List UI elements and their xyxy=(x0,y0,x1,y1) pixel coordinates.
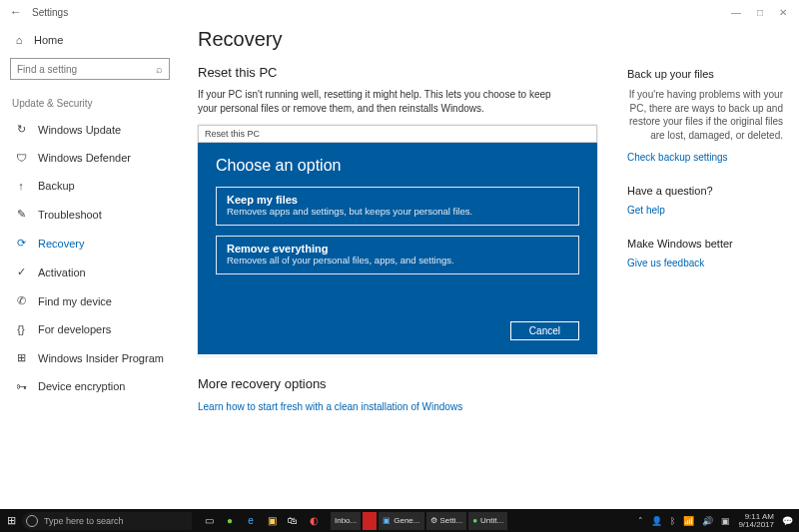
check-icon: ✓ xyxy=(14,266,28,278)
feedback-link[interactable]: Give us feedback xyxy=(627,258,783,268)
fresh-start-link[interactable]: Learn how to start fresh with a clean in… xyxy=(198,401,597,412)
code-icon: {} xyxy=(14,323,28,335)
task-item[interactable]: ●Untit... xyxy=(468,512,507,530)
window-title: Settings xyxy=(32,7,68,18)
battery-icon[interactable]: ▣ xyxy=(721,516,730,526)
minimize-button[interactable]: — xyxy=(731,7,741,18)
taskbar: ⊞ Type here to search ▭ ● e ▣ 🛍 ◐ Inbo..… xyxy=(0,509,799,532)
sidebar-item-label: Find my device xyxy=(38,295,112,307)
store-icon[interactable]: 🛍 xyxy=(284,512,302,530)
sidebar-item-recovery[interactable]: ⟳ Recovery xyxy=(10,229,170,258)
more-recovery-title: More recovery options xyxy=(198,376,597,391)
task-item[interactable]: ▣Gene... xyxy=(379,512,423,530)
clock-date: 9/14/2017 xyxy=(738,521,774,529)
reset-section-title: Reset this PC xyxy=(198,65,597,80)
pinned-apps: ▭ ● e ▣ 🛍 ◐ xyxy=(200,509,323,532)
main-content: Recovery Reset this PC If your PC isn't … xyxy=(180,24,617,509)
home-label: Home xyxy=(34,34,63,46)
sidebar-item-troubleshoot[interactable]: ✎ Troubleshoot xyxy=(10,200,170,229)
windows-icon: ⊞ xyxy=(14,351,28,364)
sidebar-item-find-my-device[interactable]: ✆ Find my device xyxy=(10,286,170,315)
dialog-titlebar: Reset this PC xyxy=(198,125,597,143)
sidebar-item-insider[interactable]: ⊞ Windows Insider Program xyxy=(10,343,170,372)
sidebar: ⌂ Home ⌕ Update & Security ↻ Windows Upd… xyxy=(0,24,180,509)
option-title: Remove everything xyxy=(227,243,568,255)
reset-dialog: Reset this PC Choose an option Keep my f… xyxy=(198,125,597,356)
right-column: Back up your files If you're having prob… xyxy=(617,24,799,509)
page-title: Recovery xyxy=(198,28,597,51)
task-item[interactable]: Inbo... xyxy=(331,512,361,530)
recovery-icon: ⟳ xyxy=(14,237,28,250)
sidebar-group-label: Update & Security xyxy=(12,98,170,109)
lock-icon: 🗝 xyxy=(14,380,28,392)
option-desc: Removes apps and settings, but keeps you… xyxy=(227,206,568,217)
system-tray: ˄ 👤 ᛒ 📶 🔊 ▣ 9:11 AM 9/14/2017 💬 xyxy=(638,513,799,529)
app-icon[interactable]: ● xyxy=(221,512,239,530)
sidebar-home[interactable]: ⌂ Home xyxy=(10,28,170,52)
sidebar-item-label: Activation xyxy=(38,266,86,278)
sidebar-item-label: Windows Update xyxy=(38,124,121,136)
option-title: Keep my files xyxy=(227,194,568,206)
taskbar-search-placeholder: Type here to search xyxy=(44,516,124,526)
window-titlebar: ← Settings — □ ✕ xyxy=(0,0,799,24)
locate-icon: ✆ xyxy=(14,294,28,307)
search-box[interactable]: ⌕ xyxy=(10,58,170,80)
cortana-icon xyxy=(26,515,38,527)
taskbar-search[interactable]: Type here to search xyxy=(22,512,192,530)
sidebar-item-label: Windows Defender xyxy=(38,152,131,164)
task-item[interactable] xyxy=(363,512,377,530)
question-heading: Have a question? xyxy=(627,185,783,197)
taskbar-tasks: Inbo... ▣Gene... ⚙Setti... ●Untit... xyxy=(331,509,507,532)
get-help-link[interactable]: Get help xyxy=(627,205,783,216)
taskbar-clock[interactable]: 9:11 AM 9/14/2017 xyxy=(738,513,774,529)
wrench-icon: ✎ xyxy=(14,208,28,221)
edge-icon[interactable]: e xyxy=(242,512,260,530)
bluetooth-icon[interactable]: ᛒ xyxy=(670,516,675,526)
sidebar-item-backup[interactable]: ↑ Backup xyxy=(10,172,170,200)
volume-icon[interactable]: 🔊 xyxy=(702,516,713,526)
taskview-icon[interactable]: ▭ xyxy=(200,512,218,530)
backup-heading: Back up your files xyxy=(627,68,783,80)
people-icon[interactable]: 👤 xyxy=(651,516,662,526)
notifications-icon[interactable]: 💬 xyxy=(782,516,793,526)
shield-icon: 🛡 xyxy=(14,152,28,164)
sidebar-item-windows-update[interactable]: ↻ Windows Update xyxy=(10,115,170,144)
maximize-button[interactable]: □ xyxy=(757,7,763,18)
home-icon: ⌂ xyxy=(12,34,26,46)
explorer-icon[interactable]: ▣ xyxy=(263,512,281,530)
better-heading: Make Windows better xyxy=(627,238,783,250)
close-button[interactable]: ✕ xyxy=(779,7,787,18)
task-item-settings[interactable]: ⚙Setti... xyxy=(426,512,467,530)
option-keep-my-files[interactable]: Keep my files Removes apps and settings,… xyxy=(216,187,579,226)
backup-text: If you're having problems with your PC, … xyxy=(627,88,783,142)
sidebar-item-activation[interactable]: ✓ Activation xyxy=(10,258,170,286)
sidebar-item-for-developers[interactable]: {} For developers xyxy=(10,315,170,343)
dialog-heading: Choose an option xyxy=(216,157,579,175)
sidebar-item-device-encryption[interactable]: 🗝 Device encryption xyxy=(10,372,170,400)
search-icon: ⌕ xyxy=(156,63,163,75)
sidebar-item-label: For developers xyxy=(38,323,111,335)
sidebar-item-label: Recovery xyxy=(38,238,84,250)
check-backup-link[interactable]: Check backup settings xyxy=(627,152,783,163)
app-icon[interactable]: ◐ xyxy=(305,512,323,530)
option-remove-everything[interactable]: Remove everything Removes all of your pe… xyxy=(216,236,579,274)
up-arrow-icon: ↑ xyxy=(14,180,28,192)
sidebar-item-label: Windows Insider Program xyxy=(38,352,164,364)
option-desc: Removes all of your personal files, apps… xyxy=(227,255,568,266)
sidebar-item-label: Troubleshoot xyxy=(38,209,102,221)
start-button[interactable]: ⊞ xyxy=(0,514,22,527)
sidebar-item-label: Device encryption xyxy=(38,380,125,392)
sidebar-item-windows-defender[interactable]: 🛡 Windows Defender xyxy=(10,144,170,172)
cancel-button[interactable]: Cancel xyxy=(510,321,579,340)
reset-description: If your PC isn't running well, resetting… xyxy=(198,88,557,115)
sidebar-item-label: Backup xyxy=(38,180,75,192)
wifi-icon[interactable]: 📶 xyxy=(683,516,694,526)
search-input[interactable] xyxy=(17,64,156,75)
tray-chevron-icon[interactable]: ˄ xyxy=(638,516,643,526)
back-button[interactable]: ← xyxy=(6,5,26,19)
sync-icon: ↻ xyxy=(14,123,28,136)
